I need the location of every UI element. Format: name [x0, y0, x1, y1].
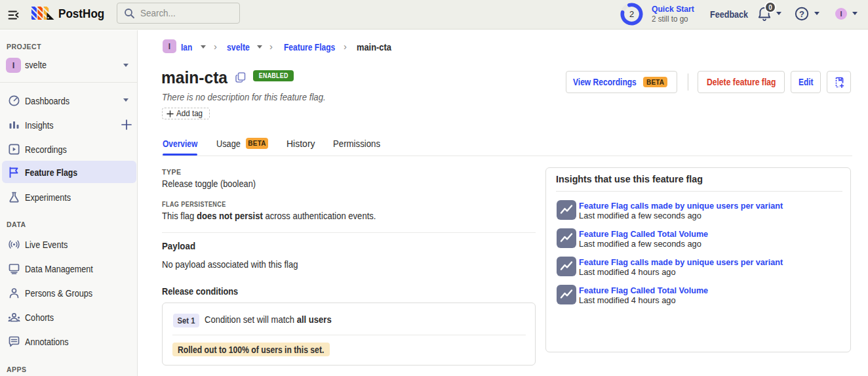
svg-text:2: 2 [629, 9, 634, 19]
svg-text:?: ? [799, 9, 804, 19]
